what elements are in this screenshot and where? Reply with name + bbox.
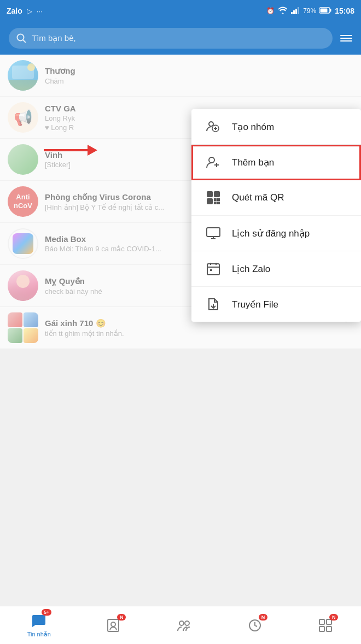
status-bar-left: Zalo ▷ ··· xyxy=(7,7,43,15)
svg-rect-30 xyxy=(319,619,324,624)
menu-item-them-ban[interactable]: Thêm bạn xyxy=(191,145,361,180)
bottom-nav: 5+ Tin nhắn N xyxy=(0,606,361,644)
menu-item-truyen-file[interactable]: Truyền File xyxy=(191,287,361,322)
svg-rect-2 xyxy=(295,9,297,14)
svg-point-9 xyxy=(209,122,213,126)
svg-rect-25 xyxy=(108,619,119,631)
nhat-ky-badge: N xyxy=(259,614,267,621)
svg-point-7 xyxy=(18,34,24,41)
svg-rect-24 xyxy=(210,269,212,271)
svg-rect-3 xyxy=(298,7,299,14)
arrow-shaft xyxy=(44,149,88,151)
monitor-icon xyxy=(205,224,222,242)
qr-icon xyxy=(205,189,222,206)
battery-icon xyxy=(319,7,331,15)
nav-item-tien-ich[interactable]: N xyxy=(317,617,334,634)
svg-point-28 xyxy=(185,621,189,625)
svg-rect-1 xyxy=(293,10,295,14)
menu-label-them-ban: Thêm bạn xyxy=(232,157,274,168)
svg-rect-15 xyxy=(216,193,218,196)
svg-rect-6 xyxy=(330,9,331,11)
nav-item-nhat-ky[interactable]: N xyxy=(247,617,263,634)
app-header: Tìm bạn bè, xyxy=(0,22,361,55)
danh-ba-badge: N xyxy=(117,614,126,621)
search-placeholder: Tìm bạn bè, xyxy=(32,33,76,43)
time-display: 15:08 xyxy=(335,7,354,15)
nav-item-danh-ba[interactable]: N xyxy=(105,617,121,634)
person-add-icon xyxy=(205,153,222,171)
menu-label-qr: Quét mã QR xyxy=(232,192,284,203)
menu-item-qr[interactable]: Quét mã QR xyxy=(191,180,361,216)
alarm-icon: ⏰ xyxy=(266,7,275,15)
diary-icon: N xyxy=(247,617,263,634)
menu-label-lich-su: Lịch sử đăng nhập xyxy=(232,228,310,239)
svg-line-8 xyxy=(23,40,26,43)
menu-label-truyen-file: Truyền File xyxy=(232,299,278,310)
svg-point-11 xyxy=(209,157,214,163)
nav-item-nhom[interactable] xyxy=(176,617,193,634)
search-bar[interactable]: Tìm bạn bè, xyxy=(9,28,333,49)
status-bar: Zalo ▷ ··· ⏰ 79% 15:08 xyxy=(0,0,361,22)
svg-point-27 xyxy=(179,621,184,625)
svg-rect-18 xyxy=(214,199,216,200)
svg-rect-21 xyxy=(218,202,219,204)
svg-point-26 xyxy=(111,622,115,627)
group-add-icon xyxy=(205,118,222,135)
nav-item-tin-nhan[interactable]: 5+ Tin nhắn xyxy=(27,612,51,638)
svg-rect-17 xyxy=(208,200,211,203)
menu-item-lich-su[interactable]: Lịch sử đăng nhập xyxy=(191,216,361,251)
svg-rect-13 xyxy=(208,193,211,196)
file-transfer-icon xyxy=(205,296,222,313)
more-dots: ··· xyxy=(37,7,43,15)
calendar-icon xyxy=(205,260,222,277)
svg-rect-22 xyxy=(207,228,220,237)
signal-icon xyxy=(291,7,300,16)
contacts-icon: N xyxy=(105,617,121,634)
svg-rect-5 xyxy=(321,8,328,12)
arrow-head xyxy=(88,145,97,156)
chat-name-thuong: Thương xyxy=(45,66,353,76)
nav-label-tin-nhan: Tin nhắn xyxy=(27,631,51,638)
svg-rect-23 xyxy=(207,264,219,275)
status-bar-right: ⏰ 79% 15:08 xyxy=(266,7,354,16)
content-area: Thương Chăm 📢 CTV GA Long Ryk ♥ Long R V… xyxy=(0,55,361,606)
arrow-indicator xyxy=(44,145,97,156)
svg-rect-32 xyxy=(319,627,324,631)
dropdown-overlay[interactable]: Tạo nhóm Thêm bạn xyxy=(0,76,361,606)
menu-item-tao-nhom[interactable]: Tạo nhóm xyxy=(191,109,361,145)
tin-nhan-badge: 5+ xyxy=(42,609,51,616)
svg-rect-19 xyxy=(218,199,219,200)
tien-ich-badge: N xyxy=(329,614,338,621)
chat-icon: 5+ xyxy=(31,612,47,629)
wifi-icon xyxy=(278,7,288,16)
svg-rect-33 xyxy=(327,627,331,631)
svg-rect-20 xyxy=(214,202,216,204)
apps-icon: N xyxy=(317,617,334,634)
svg-rect-0 xyxy=(291,12,293,14)
carrier-icon: ▷ xyxy=(27,7,32,15)
battery-level: 79% xyxy=(303,7,316,15)
menu-item-lich-zalo[interactable]: Lịch Zalo xyxy=(191,251,361,287)
menu-label-tao-nhom: Tạo nhóm xyxy=(232,121,274,133)
menu-label-lich-zalo: Lịch Zalo xyxy=(232,263,270,275)
groups-icon xyxy=(176,617,193,634)
zalo-logo: Zalo xyxy=(7,7,22,15)
more-menu-button[interactable] xyxy=(340,35,352,42)
dropdown-menu: Tạo nhóm Thêm bạn xyxy=(191,109,361,322)
